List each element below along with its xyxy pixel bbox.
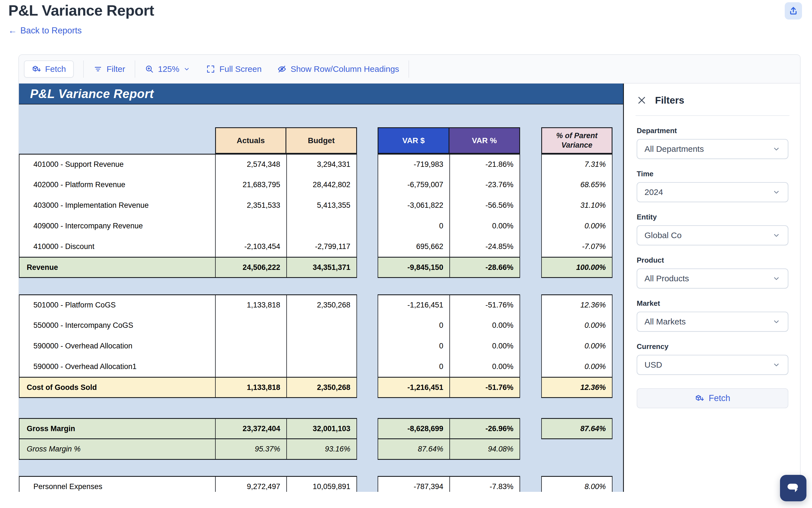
filters-title: Filters <box>655 95 684 106</box>
var-dollar-cell: 0 <box>378 336 449 356</box>
parent-variance-cell: 7.31% <box>541 154 613 174</box>
toolbar-divider <box>83 60 84 78</box>
parent-variance-cell: 12.36% <box>541 294 613 315</box>
toolbar-full-screen-button[interactable]: Full Screen <box>206 64 261 74</box>
column-gap <box>357 315 378 336</box>
actuals-cell: 21,683,795 <box>215 174 286 195</box>
var-pct-cell: -21.86% <box>449 154 520 174</box>
chat-bubble-icon <box>785 480 801 496</box>
column-gap <box>357 257 378 278</box>
var-dollar-cell: 87.64% <box>378 439 449 460</box>
back-to-reports-link[interactable]: ← Back to Reports <box>8 26 82 36</box>
parent-variance-cell: 8.00% <box>541 476 613 492</box>
column-gap <box>357 154 378 174</box>
column-gap <box>520 356 541 377</box>
toolbar-125--button[interactable]: 125% <box>145 64 191 74</box>
var-pct-cell: -51.76% <box>449 294 520 315</box>
filters-panel: Filters DepartmentAll DepartmentsTime202… <box>625 84 801 492</box>
column-gap <box>357 336 378 356</box>
column-gap <box>357 356 378 377</box>
actuals-cell <box>215 356 286 377</box>
row-label-cell: Revenue <box>19 257 215 278</box>
actuals-cell: 2,574,348 <box>215 154 286 174</box>
grid-gap-row <box>19 460 623 476</box>
var-dollar-cell: -8,628,699 <box>378 418 449 439</box>
department-select[interactable]: All Departments <box>637 139 789 159</box>
var-pct-cell: 0.00% <box>449 216 520 236</box>
var-dollar-cell: 0 <box>378 356 449 377</box>
time-select[interactable]: 2024 <box>637 182 789 202</box>
row-label-cell: Personnel Expenses <box>19 476 215 492</box>
header-gap <box>357 127 378 154</box>
account-row: 403000 - Implementation Revenue2,351,533… <box>19 195 623 216</box>
selected-value: Global Co <box>644 230 681 240</box>
account-row: 401000 - Support Revenue2,574,3483,294,3… <box>19 154 623 174</box>
var-pct-cell: -56.56% <box>449 195 520 216</box>
budget-cell: 34,351,371 <box>286 257 357 278</box>
actuals-cell: 2,351,533 <box>215 195 286 216</box>
budget-cell: 10,059,891 <box>286 476 357 492</box>
budget-cell <box>286 336 357 356</box>
column-header-parent-variance: % of Parent Variance <box>541 127 613 154</box>
report-toolbar: FetchFilter125%Full ScreenShow Row/Colum… <box>19 55 800 84</box>
budget-cell: 2,350,268 <box>286 377 357 398</box>
parent-variance-cell: 100.00% <box>541 257 613 278</box>
chevron-down-icon <box>772 231 780 240</box>
market-select[interactable]: All Markets <box>637 312 789 332</box>
fetch-icon <box>695 393 704 403</box>
filter-label-market: Market <box>637 299 789 308</box>
toolbar-fetch-button[interactable]: Fetch <box>24 60 74 78</box>
var-dollar-cell: 0 <box>378 315 449 336</box>
currency-select[interactable]: USD <box>637 355 789 375</box>
var-pct-cell: -26.96% <box>449 418 520 439</box>
column-gap <box>541 439 613 460</box>
budget-cell: 5,413,355 <box>286 195 357 216</box>
report-banner: P&L Variance Report <box>19 84 623 104</box>
actuals-cell: 9,272,497 <box>215 476 286 492</box>
column-gap <box>520 336 541 356</box>
budget-cell <box>286 216 357 236</box>
upload-icon <box>789 6 798 16</box>
parent-variance-cell: 12.36% <box>541 377 613 398</box>
row-label-cell: Cost of Goods Sold <box>19 377 215 398</box>
budget-cell: 2,350,268 <box>286 294 357 315</box>
filters-fetch-button[interactable]: Fetch <box>637 388 789 408</box>
row-label-cell: 409000 - Intercompany Revenue <box>19 216 215 236</box>
column-gap <box>520 377 541 398</box>
product-select[interactable]: All Products <box>637 268 789 289</box>
account-row: 410000 - Discount-2,103,454-2,799,117695… <box>19 236 623 257</box>
filter-label-entity: Entity <box>637 213 789 221</box>
toolbar-item-label: 125% <box>158 64 180 74</box>
var-pct-cell: -24.85% <box>449 236 520 257</box>
budget-cell: 32,001,103 <box>286 418 357 439</box>
close-icon[interactable] <box>637 95 647 105</box>
entity-select[interactable]: Global Co <box>637 225 789 245</box>
column-header-var-pct: VAR % <box>449 127 520 154</box>
chevron-down-icon <box>183 66 190 73</box>
column-gap <box>357 476 378 492</box>
budget-cell <box>286 356 357 377</box>
chevron-down-icon <box>772 145 780 153</box>
export-button[interactable] <box>785 2 802 19</box>
header-gap <box>520 127 541 154</box>
var-dollar-cell: -1,216,451 <box>378 377 449 398</box>
row-label-cell: 403000 - Implementation Revenue <box>19 195 215 216</box>
chevron-down-icon <box>772 361 780 369</box>
parent-variance-cell: 0.00% <box>541 336 613 356</box>
row-label-cell: 410000 - Discount <box>19 236 215 257</box>
column-gap <box>357 377 378 398</box>
var-pct-cell: 0.00% <box>449 336 520 356</box>
column-gap <box>520 257 541 278</box>
account-row: 550000 - Intercompany CoGS00.00%0.00% <box>19 315 623 336</box>
toolbar-filter-button[interactable]: Filter <box>93 64 125 74</box>
toolbar-show-row-column-headings-button[interactable]: Show Row/Column Headings <box>277 64 399 74</box>
column-gap <box>357 439 378 460</box>
chat-widget-button[interactable] <box>780 475 806 501</box>
budget-cell: 93.16% <box>286 439 357 460</box>
column-gap <box>520 236 541 257</box>
toolbar-item-label: Show Row/Column Headings <box>290 64 399 74</box>
toolbar-item-label: Filter <box>107 64 125 74</box>
column-gap <box>520 315 541 336</box>
filters-fetch-label: Fetch <box>709 393 730 403</box>
column-header-actuals: Actuals <box>215 127 286 154</box>
